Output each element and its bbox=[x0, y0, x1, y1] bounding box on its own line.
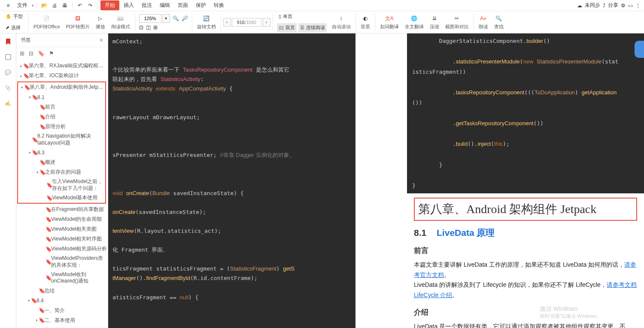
save-icon[interactable]: 🖨 bbox=[51, 2, 58, 9]
tree-node-81b[interactable]: 🔖介绍 bbox=[18, 112, 105, 122]
hand-icon: ✋ bbox=[6, 14, 12, 19]
tab-insert[interactable]: 插入 bbox=[120, 0, 137, 10]
tree-node-83[interactable]: ▾🔖8.3 bbox=[18, 147, 105, 157]
tab-protect[interactable]: 保护 bbox=[192, 0, 210, 10]
book-icon: 📖 bbox=[116, 14, 125, 23]
more-icon[interactable]: ⋮ bbox=[635, 3, 641, 9]
pdf-to-image[interactable]: 🖼PDF转图片 bbox=[64, 11, 92, 33]
print-icon[interactable]: 🖶 bbox=[61, 2, 69, 9]
tab-page[interactable]: 页面 bbox=[174, 0, 191, 10]
compress[interactable]: ⇊压缩 bbox=[427, 11, 442, 33]
sidebar-header: 书签 ✕ bbox=[16, 33, 108, 47]
play-button[interactable]: ▷播放 bbox=[93, 11, 108, 33]
page-control: ‹ 916/1042 › bbox=[223, 18, 270, 27]
pdf-office-icon: 📄 bbox=[43, 14, 51, 23]
background[interactable]: ◐背景 bbox=[358, 11, 373, 33]
window-icon[interactable]: ▭ bbox=[628, 3, 633, 9]
fit-page-icon[interactable]: ◫ bbox=[146, 24, 151, 30]
auto-scroll[interactable]: ↕自动滚动 bbox=[329, 11, 353, 33]
cloud-icon[interactable]: ☁ bbox=[577, 3, 582, 9]
signature-tab[interactable]: ✍ bbox=[3, 99, 13, 108]
double-page-icon: ▯▯ bbox=[279, 25, 284, 30]
play-icon: ▷ bbox=[96, 14, 105, 23]
add-bookmark-icon[interactable]: 🔖 bbox=[38, 50, 45, 57]
tree-node-83b2[interactable]: 🔖ViewModel基本使用 bbox=[18, 193, 105, 203]
tree-node-84a[interactable]: 🔖一、简介 bbox=[16, 306, 108, 316]
read-aloud[interactable]: A»朗读 bbox=[476, 11, 491, 33]
continuous[interactable]: ☰连续阅读 bbox=[298, 23, 327, 33]
share-label[interactable]: 分享 bbox=[608, 2, 618, 9]
zoom-dropdown[interactable]: ▾ bbox=[162, 14, 170, 23]
svg-rect-0 bbox=[6, 54, 11, 60]
tree-node-84b[interactable]: ▾🔖二、基本使用 bbox=[16, 316, 108, 325]
chevron-down-icon: ▾ bbox=[32, 3, 34, 8]
file-menu[interactable]: 文件 bbox=[14, 0, 31, 10]
read-mode[interactable]: 📖阅读模式 bbox=[109, 11, 133, 33]
thumbnail-tab[interactable] bbox=[3, 52, 13, 62]
tree-node-83g[interactable]: 🔖ViewModel相关源码分析 bbox=[16, 244, 108, 254]
tree-node-83j[interactable]: 🔖总结 bbox=[16, 286, 108, 296]
tree-node-81a[interactable]: 🔖前言 bbox=[18, 102, 105, 112]
attachment-tab[interactable]: 📎 bbox=[3, 83, 13, 93]
expand-all-icon[interactable]: ⊞ bbox=[20, 50, 24, 57]
share-icon[interactable]: ⤴ bbox=[603, 3, 605, 9]
tree-node-84[interactable]: ▾🔖8.4 bbox=[16, 296, 108, 306]
zoom-in-icon[interactable]: 🔎 bbox=[182, 15, 188, 21]
tree-node-83h[interactable]: 🔖ViewModelProviders类的具体实现： bbox=[16, 254, 108, 270]
next-page[interactable]: › bbox=[263, 18, 270, 27]
menu-icon[interactable]: ≡ bbox=[4, 2, 12, 9]
tree-node-83i[interactable]: 🔖ViewModel收到onCleared()通知 bbox=[16, 270, 108, 286]
tool-mode-group: ✋手型 ⬈选择 bbox=[2, 12, 26, 33]
tree-node-81c[interactable]: 🔖原理分析 bbox=[18, 122, 105, 132]
crop-compare[interactable]: ✂截图和对比 bbox=[443, 11, 471, 33]
bookmark-flag-icon[interactable]: ⚑ bbox=[49, 50, 54, 57]
pdf-to-office[interactable]: 📄PDF转Office bbox=[31, 11, 63, 33]
tree-node-81[interactable]: ▾🔖8.1 bbox=[18, 92, 105, 102]
continuous-icon: ☰ bbox=[300, 25, 304, 30]
bookmark-tab[interactable] bbox=[3, 37, 13, 46]
word-translate[interactable]: 文A划词翻译 bbox=[377, 11, 401, 33]
tree-node-83b1[interactable]: 🔖引入ViewModel之前，存在如下几个问题： bbox=[18, 177, 105, 193]
rotate-doc[interactable]: 🔄旋转文档 bbox=[194, 11, 219, 33]
section-number: 8.1 bbox=[414, 228, 426, 238]
collapse-all-icon[interactable]: ⊟ bbox=[29, 50, 33, 57]
rotate-icon: 🔄 bbox=[202, 14, 211, 23]
tree-node-ch6[interactable]: ▸🔖第六章、RXJava响应式编程框架设计 bbox=[16, 61, 108, 71]
double-page[interactable]: ▯▯双页 bbox=[277, 23, 297, 33]
fit-width-icon[interactable]: ⊡ bbox=[139, 24, 143, 30]
undo-icon[interactable]: ↶ bbox=[76, 2, 84, 9]
tab-annotate[interactable]: 批注 bbox=[138, 0, 155, 10]
comment-tab[interactable]: 💬 bbox=[3, 68, 13, 77]
tree-node-83e[interactable]: 🔖ViewModel相关类图 bbox=[16, 224, 108, 234]
prev-page[interactable]: ‹ bbox=[223, 18, 231, 27]
sync-status[interactable]: 未同步 bbox=[585, 2, 600, 9]
tree-node-83b[interactable]: ▾🔖之前存在的问题 bbox=[18, 167, 105, 177]
search[interactable]: 🔍查找 bbox=[492, 11, 506, 33]
tab-convert[interactable]: 转换 bbox=[210, 0, 228, 10]
tab-start[interactable]: 开始 bbox=[100, 0, 119, 10]
tree-node-83d[interactable]: 🔖ViewModel的生命周期 bbox=[16, 214, 108, 224]
settings-icon[interactable]: ⚙ bbox=[621, 3, 626, 9]
hand-tool[interactable]: ✋手型 bbox=[4, 12, 24, 21]
zoom-input[interactable] bbox=[139, 14, 161, 23]
actual-size-icon[interactable]: ⊞ bbox=[153, 24, 158, 30]
redo-icon[interactable]: ↷ bbox=[86, 2, 94, 9]
doc-body: 第八章、Android 架构组件 Jetpack 8.1 LiveData 原理… bbox=[407, 193, 644, 328]
select-tool[interactable]: ⬈选择 bbox=[4, 23, 24, 33]
floating-button[interactable] bbox=[635, 41, 644, 58]
open-icon[interactable]: 📂 bbox=[40, 2, 48, 9]
tree-node-ch7[interactable]: ▸🔖第七章、IOC架构设计 bbox=[16, 71, 108, 81]
tab-edit[interactable]: 编辑 bbox=[156, 0, 173, 10]
tree-node-82[interactable]: 🔖8.2 Navigation如何解决tabLayout问题 bbox=[18, 132, 105, 147]
close-sidebar[interactable]: ✕ bbox=[99, 37, 103, 43]
single-page[interactable]: ▯单页 bbox=[277, 12, 327, 21]
tree-node-83c[interactable]: 🔖在Fragment间共享数据 bbox=[16, 205, 108, 214]
zoom-out-icon[interactable]: 🔍 bbox=[173, 15, 179, 21]
tree-node-83a[interactable]: 🔖概述 bbox=[18, 157, 105, 167]
section-heading: 8.1 LiveData 原理 bbox=[414, 227, 637, 239]
tree-node-ch8[interactable]: ▾🔖第八章、Android架构组件Jetpack bbox=[18, 82, 105, 92]
tree-node-84b1[interactable]: ▾🔖1 创建Entity bbox=[16, 325, 108, 328]
full-translate[interactable]: 🌐全文翻译 bbox=[402, 11, 426, 33]
tree-node-83f[interactable]: 🔖ViewModel相关时序图 bbox=[16, 234, 108, 244]
page-number[interactable]: 916/1042 bbox=[232, 18, 262, 27]
